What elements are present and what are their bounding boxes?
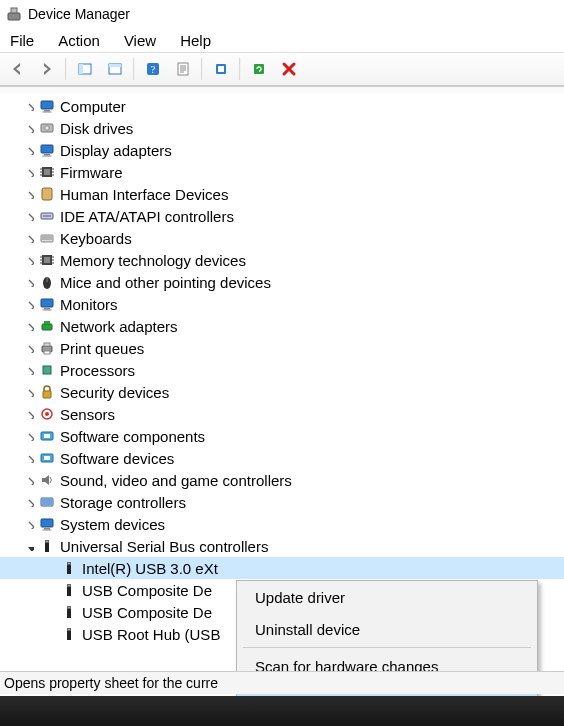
- expand-icon[interactable]: [22, 453, 36, 463]
- expand-icon[interactable]: [22, 475, 36, 485]
- tree-item-label: Sound, video and game controllers: [58, 472, 292, 489]
- context-menu-item[interactable]: Update driver: [237, 581, 537, 613]
- menu-help[interactable]: Help: [174, 30, 223, 51]
- taskbar-edge: [0, 696, 564, 726]
- toolbar-separator: [239, 58, 241, 80]
- expand-icon[interactable]: [22, 255, 36, 265]
- toolbar: [0, 52, 564, 86]
- properties-button[interactable]: [169, 55, 197, 83]
- expand-icon[interactable]: [22, 519, 36, 529]
- monitor-icon: [38, 97, 56, 115]
- expand-icon[interactable]: [22, 409, 36, 419]
- tree-item[interactable]: Human Interface Devices: [0, 183, 564, 205]
- menu-separator: [243, 647, 531, 648]
- tree-item-label: Computer: [58, 98, 126, 115]
- tree-item[interactable]: Software components: [0, 425, 564, 447]
- tree-item-label: Print queues: [58, 340, 144, 357]
- tree-item[interactable]: Processors: [0, 359, 564, 381]
- expand-icon[interactable]: [22, 321, 36, 331]
- cpu-icon: [38, 361, 56, 379]
- help-button[interactable]: [139, 55, 167, 83]
- tree-item[interactable]: Security devices: [0, 381, 564, 403]
- show-hide-actions-button[interactable]: [101, 55, 129, 83]
- expand-icon[interactable]: [22, 189, 36, 199]
- tree-item-label: Software components: [58, 428, 205, 445]
- storage-icon: [38, 493, 56, 511]
- tree-item[interactable]: System devices: [0, 513, 564, 535]
- tree-item[interactable]: Storage controllers: [0, 491, 564, 513]
- tree-item[interactable]: IDE ATA/ATAPI controllers: [0, 205, 564, 227]
- tree-item-label: Network adapters: [58, 318, 178, 335]
- tree-item[interactable]: Monitors: [0, 293, 564, 315]
- tree-item[interactable]: Firmware: [0, 161, 564, 183]
- tree-item-label: Software devices: [58, 450, 174, 467]
- menubar: File Action View Help: [0, 28, 564, 52]
- menu-file[interactable]: File: [4, 30, 46, 51]
- expand-icon[interactable]: [22, 343, 36, 353]
- back-button[interactable]: [3, 55, 31, 83]
- expand-icon[interactable]: [22, 497, 36, 507]
- titlebar: Device Manager: [0, 0, 564, 28]
- tree-item[interactable]: Print queues: [0, 337, 564, 359]
- disk-icon: [38, 119, 56, 137]
- chip-icon: [38, 163, 56, 181]
- speaker-icon: [38, 471, 56, 489]
- toolbar-separator: [201, 58, 203, 80]
- expand-icon[interactable]: [22, 387, 36, 397]
- tree-item-label: Firmware: [58, 164, 123, 181]
- app-icon: [6, 6, 22, 22]
- scan-hardware-button[interactable]: [245, 55, 273, 83]
- tree-item[interactable]: Memory technology devices: [0, 249, 564, 271]
- tree-item-label: USB Composite De: [80, 582, 212, 599]
- tree-item[interactable]: Display adapters: [0, 139, 564, 161]
- expand-icon[interactable]: [22, 299, 36, 309]
- tree-item[interactable]: Mice and other pointing devices: [0, 271, 564, 293]
- collapse-icon[interactable]: [22, 541, 36, 551]
- tree-item[interactable]: Network adapters: [0, 315, 564, 337]
- expand-icon[interactable]: [22, 167, 36, 177]
- tree-item-label: System devices: [58, 516, 165, 533]
- show-hide-tree-button[interactable]: [71, 55, 99, 83]
- context-menu-item[interactable]: Uninstall device: [237, 613, 537, 645]
- lock-icon: [38, 383, 56, 401]
- expand-icon[interactable]: [22, 211, 36, 221]
- monitor-icon: [38, 295, 56, 313]
- expand-icon[interactable]: [22, 101, 36, 111]
- tree-item-label: Storage controllers: [58, 494, 186, 511]
- tree-item[interactable]: Universal Serial Bus controllers: [0, 535, 564, 557]
- menu-action[interactable]: Action: [52, 30, 112, 51]
- tree-item[interactable]: Disk drives: [0, 117, 564, 139]
- tree-item[interactable]: Computer: [0, 95, 564, 117]
- tree-item[interactable]: Keyboards: [0, 227, 564, 249]
- expand-icon[interactable]: [22, 123, 36, 133]
- sensor-icon: [38, 405, 56, 423]
- tree-item[interactable]: Software devices: [0, 447, 564, 469]
- tree-item-label: Mice and other pointing devices: [58, 274, 271, 291]
- expand-icon[interactable]: [22, 365, 36, 375]
- expand-icon[interactable]: [22, 145, 36, 155]
- tree-item-label: Security devices: [58, 384, 169, 401]
- toolbar-separator: [133, 58, 135, 80]
- expand-icon[interactable]: [22, 431, 36, 441]
- menu-view[interactable]: View: [118, 30, 168, 51]
- tree-item-label: Intel(R) USB 3.0 eXt: [80, 560, 218, 577]
- expand-icon[interactable]: [22, 233, 36, 243]
- update-driver-button[interactable]: [207, 55, 235, 83]
- expand-icon[interactable]: [22, 277, 36, 287]
- tree-item[interactable]: Sensors: [0, 403, 564, 425]
- tree-item[interactable]: Sound, video and game controllers: [0, 469, 564, 491]
- tree-item-label: Display adapters: [58, 142, 172, 159]
- mouse-icon: [38, 273, 56, 291]
- device-manager-window: Device Manager File Action View Help Com…: [0, 0, 564, 726]
- window-title: Device Manager: [28, 6, 130, 22]
- uninstall-button[interactable]: [275, 55, 303, 83]
- tree-item-label: Monitors: [58, 296, 118, 313]
- usb-icon: [60, 559, 78, 577]
- tree-item[interactable]: Intel(R) USB 3.0 eXt: [0, 557, 564, 579]
- component-icon: [38, 427, 56, 445]
- tree-item-label: Universal Serial Bus controllers: [58, 538, 268, 555]
- usb-icon: [38, 537, 56, 555]
- tree-item-label: Disk drives: [58, 120, 133, 137]
- forward-button[interactable]: [33, 55, 61, 83]
- tree-item-label: Processors: [58, 362, 135, 379]
